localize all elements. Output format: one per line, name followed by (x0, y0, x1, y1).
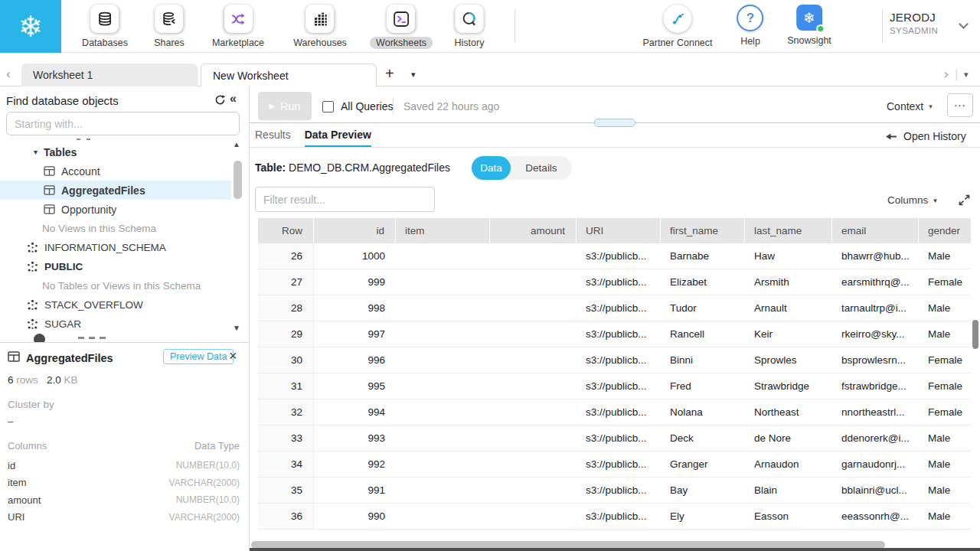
user-menu[interactable]: JERODJ SYSADMIN (890, 11, 938, 35)
column-header-amount[interactable]: amount (490, 218, 577, 243)
cell-amount (490, 452, 577, 477)
cell-amount (490, 295, 577, 321)
close-icon[interactable]: × (229, 348, 237, 364)
more-options-button[interactable]: ... (947, 93, 973, 117)
nav-item-warehouses[interactable]: Warehouses (287, 5, 353, 49)
toggle-data-button[interactable]: Data (472, 156, 511, 180)
sidebar-scrollbar-thumb[interactable] (234, 161, 242, 199)
table-row[interactable]: 31995s3://publicb...FredStrawbridgefstra… (258, 373, 971, 399)
preview-data-button[interactable]: Preview Data (163, 349, 234, 364)
table-row[interactable]: 32994s3://publicb...NolanaNortheastnnort… (258, 399, 971, 425)
cell-email: garnaudonrj... (832, 452, 919, 477)
scroll-down-icon[interactable]: ▼ (233, 324, 240, 332)
cell-first_name: Granger (661, 452, 745, 477)
tab-data-preview[interactable]: Data Preview (305, 129, 371, 148)
cell-last_name: Strawbridge (745, 373, 832, 399)
column-header-item[interactable]: item (396, 218, 490, 243)
cell-gender: Male (919, 425, 971, 451)
filter-input[interactable] (255, 187, 435, 212)
column-type: NUMBER(10,0) (176, 460, 240, 471)
table-row[interactable]: 28998s3://publicb...TudorArnaulttarnault… (258, 295, 971, 321)
scroll-up-icon[interactable]: ▲ (233, 140, 240, 148)
column-header-first_name[interactable]: first_name (661, 218, 745, 243)
cell-uri: s3://publicb... (577, 399, 661, 425)
chevron-down-icon[interactable] (959, 19, 969, 29)
tree-item-label: No Views in this Schema (42, 223, 156, 234)
table-row[interactable]: 29997s3://publicb...RancellKeirrkeirro@s… (258, 321, 971, 347)
tab-scroll-left-icon[interactable]: ‹ (6, 67, 11, 82)
resize-handle[interactable] (594, 119, 635, 127)
column-header-row[interactable]: Row (258, 218, 314, 243)
tree-item-information-schema[interactable]: INFORMATION_SCHEMA (0, 238, 231, 257)
tree-item-tables[interactable]: ▾Tables (0, 142, 231, 161)
refresh-icon[interactable] (214, 94, 226, 109)
cell-uri: s3://publicb... (577, 373, 661, 399)
nav-item-marketplace[interactable]: Marketplace (206, 5, 270, 49)
table-row[interactable]: 35991s3://publicb...BayBlainbblainri@ucl… (258, 478, 971, 504)
column-header-last_name[interactable]: last_name (745, 218, 832, 243)
run-button[interactable]: ▶ Run (258, 92, 312, 120)
table-row[interactable]: 261000s3://publicb...BarnabeHawbhawrr@hu… (258, 243, 971, 269)
tree-item-no-views-in-this-schema: No Views in this Schema (0, 219, 231, 238)
cell-id: 994 (314, 399, 396, 425)
tab-worksheet-1[interactable]: Worksheet 1 (21, 64, 198, 86)
nav-item-snowsight[interactable]: ❄ Snowsight (781, 5, 838, 47)
table-row[interactable]: 33993s3://publicb...Deckde Noreddenorerk… (258, 425, 971, 452)
checkbox-icon[interactable] (322, 101, 334, 112)
columns-dropdown[interactable]: Columns ▾ (887, 194, 937, 206)
nav-item-shares[interactable]: Shares (148, 5, 191, 49)
table-row[interactable]: 30996s3://publicb...BinniSprowlesbsprowl… (258, 347, 971, 373)
table-row[interactable]: 36990s3://publicb...ElyEassoneeassonrh@.… (258, 504, 971, 530)
tab-overflow-dropdown-icon[interactable]: ▾ (964, 70, 969, 80)
columns-header: Columns Data Type (8, 440, 240, 452)
nav-label: Warehouses (287, 37, 353, 49)
cell-last_name: Blain (745, 478, 832, 503)
nav-item-databases[interactable]: Databases (76, 5, 134, 49)
clipped-tree-item (100, 337, 106, 339)
tree-item-opportunity[interactable]: Opportunity (0, 200, 231, 219)
collapse-sidebar-icon[interactable]: « (230, 92, 236, 106)
table-row[interactable]: 27999s3://publicb...ElizabetArsmithearsm… (258, 269, 971, 295)
tree-item-aggregatedfiles[interactable]: AggregatedFiles (0, 181, 231, 200)
cell-amount (490, 373, 577, 399)
tab-new-worksheet[interactable]: New Worksheet (201, 64, 377, 87)
tree-item-label: INFORMATION_SCHEMA (44, 242, 166, 253)
context-dropdown[interactable]: Context ▾ (887, 100, 933, 112)
column-header-uri[interactable]: URI (577, 218, 661, 243)
tree-item-public[interactable]: PUBLIC (0, 257, 231, 276)
warehouses-icon (306, 5, 335, 33)
column-header-gender[interactable]: gender (919, 218, 971, 243)
search-input[interactable] (6, 112, 240, 135)
nav-item-history[interactable]: History (449, 5, 491, 49)
tree-item-stack-overflow[interactable]: STACK_OVERFLOW (0, 295, 231, 315)
column-definition-row: itemVARCHAR(2000) (8, 474, 240, 492)
column-header-id[interactable]: id (314, 218, 396, 243)
nav-item-help[interactable]: ? Help (734, 5, 766, 47)
tree-item-sugar[interactable]: SUGAR (0, 315, 231, 334)
column-header-email[interactable]: email (832, 218, 919, 243)
new-tab-button[interactable]: + (385, 65, 394, 83)
vertical-scrollbar-thumb[interactable] (972, 320, 978, 349)
cell-item (396, 295, 490, 321)
table-detail-panel: AggregatedFiles Preview Data × 6 rows 2.… (0, 342, 249, 551)
cell-id: 996 (314, 347, 396, 373)
nav-item-partner-connect[interactable]: Partner Connect (636, 5, 718, 49)
cell-id: 995 (314, 373, 396, 399)
schema-icon (27, 318, 38, 330)
tab-scroll-right-icon[interactable]: › (944, 67, 949, 82)
tree-item-account[interactable]: Account (0, 161, 231, 181)
toggle-details-button[interactable]: Details (511, 162, 572, 174)
tree-item-label: No Tables or Views in this Schema (42, 280, 201, 292)
tab-results[interactable]: Results (255, 129, 291, 148)
all-queries-checkbox[interactable]: All Queries (322, 93, 393, 119)
table-row[interactable]: 34992s3://publicb...GrangerArnaudongarna… (258, 452, 971, 478)
column-definition-row: idNUMBER(10,0) (8, 457, 240, 474)
open-history-button[interactable]: Open History (886, 130, 966, 142)
snowflake-glyph: ❄ (18, 10, 43, 44)
cluster-by-value: – (8, 416, 14, 427)
play-icon: ▶ (269, 102, 275, 110)
nav-item-worksheets[interactable]: Worksheets (370, 5, 433, 49)
snowflake-logo-icon[interactable]: ❄ (0, 0, 61, 53)
tab-list-dropdown-icon[interactable]: ▾ (411, 70, 416, 80)
expand-icon[interactable] (958, 194, 971, 210)
